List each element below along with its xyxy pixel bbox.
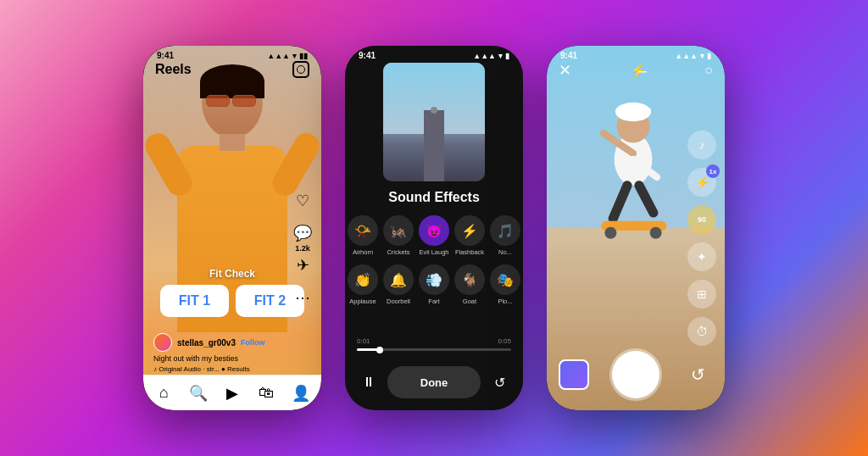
camera-header: ✕ ⚡̶ ○	[559, 61, 713, 80]
skater-figure	[564, 88, 691, 325]
status-time: 9:41	[560, 51, 577, 60]
pause-button[interactable]: ⏸	[357, 370, 381, 394]
goat-label: Goat	[463, 298, 476, 305]
no-label: No...	[498, 248, 512, 256]
sound-no[interactable]: 🎵 No...	[490, 215, 520, 256]
progress-dot	[376, 347, 383, 353]
settings-icon[interactable]: ○	[704, 63, 713, 78]
signal-icon: ▲▲▲	[675, 52, 698, 60]
svg-point-10	[650, 227, 662, 239]
done-bar: ⏸ Done ↺	[357, 366, 511, 398]
align-tool[interactable]: ✦	[687, 242, 716, 271]
crickets-icon: 🦗	[383, 215, 414, 246]
sound-grid: 📯 Airhorn 🦗 Crickets 👿 Evil Laugh ⚡ Flas…	[352, 215, 516, 314]
progress-container: 0:01 0:05	[357, 337, 511, 351]
refresh-button[interactable]: ↺	[487, 370, 511, 394]
sound-applause[interactable]: 👏 Applause	[348, 264, 378, 305]
svg-line-7	[639, 186, 654, 213]
fit-btn-1[interactable]: FIT 1	[160, 285, 229, 317]
nav-shop[interactable]: 🛍	[253, 381, 279, 406]
user-row: stellas_gr00v3 Follow	[153, 333, 287, 352]
sound-fart[interactable]: 💨 Fart	[419, 264, 449, 305]
svg-point-9	[604, 227, 616, 239]
more-icon[interactable]: ⋯	[292, 288, 313, 309]
caption: Night out with my besties	[153, 354, 287, 363]
sound-plot[interactable]: 🎭 Plo...	[490, 264, 520, 305]
sound-evil-laugh[interactable]: 👿 Evil Laugh	[419, 215, 449, 256]
sound-effects-bg: 9:41 ▲▲▲ ▾ ▮ Sound Effects 📯	[345, 46, 523, 410]
status-bar-phone2: 9:41 ▲▲▲ ▾ ▮	[345, 46, 523, 62]
status-bar-phone1: 9:41 ▲▲▲ ▾ ▮▮	[143, 46, 321, 62]
sound-crickets[interactable]: 🦗 Crickets	[383, 215, 414, 256]
camera-bottom-controls: ↺	[547, 351, 725, 398]
nav-profile[interactable]: 👤	[288, 381, 314, 406]
camera-bg: 9:41 ▲▲▲ ▾ ▮ ✕ ⚡̶ ○ ♪ ⚡ 1x	[547, 46, 725, 410]
sound-goat[interactable]: 🐐 Goat	[454, 264, 485, 305]
reels-title: Reels	[155, 62, 192, 77]
sound-row-2: 👏 Applause 🔔 Doorbell 💨 Fart 🐐 Goat	[352, 264, 516, 305]
evil-laugh-icon: 👿	[419, 215, 449, 246]
music-tool[interactable]: ♪	[687, 131, 716, 159]
heart-icon[interactable]: ♡	[292, 192, 313, 212]
applause-icon: 👏	[348, 264, 378, 295]
phone-reels: 9:41 ▲▲▲ ▾ ▮▮ Reels Fit Check FIT 1 FIT …	[143, 46, 321, 410]
user-avatar	[153, 333, 172, 352]
layout-tool[interactable]: ⊞	[687, 280, 716, 309]
camera-right-toolbar: ♪ ⚡ 1x 90 ✦ ⊞ ⏱	[687, 131, 716, 346]
phone-camera: 9:41 ▲▲▲ ▾ ▮ ✕ ⚡̶ ○ ♪ ⚡ 1x	[547, 46, 725, 410]
sound-flashback[interactable]: ⚡ Flashback	[454, 215, 485, 256]
shutter-button[interactable]	[612, 351, 659, 398]
thumbnail-preview[interactable]	[559, 359, 589, 390]
wifi-icon: ▾	[700, 52, 704, 60]
countdown-tool[interactable]: ⏱	[687, 317, 716, 346]
airhorn-label: Airhorn	[353, 248, 373, 256]
username: stellas_gr00v3	[177, 338, 236, 348]
time-end: 0:05	[498, 337, 511, 345]
doorbell-icon: 🔔	[383, 264, 414, 295]
follow-button[interactable]: Follow	[241, 338, 265, 347]
camera-icon[interactable]	[292, 61, 309, 78]
goat-icon: 🐐	[454, 264, 485, 295]
share-icon[interactable]: ✈	[292, 256, 313, 276]
status-bar-phone3: 9:41 ▲▲▲ ▾ ▮	[547, 46, 725, 62]
nav-home[interactable]: ⌂	[151, 381, 176, 406]
evil-laugh-label: Evil Laugh	[419, 248, 448, 256]
airhorn-icon: 📯	[348, 215, 378, 246]
svg-line-6	[613, 186, 627, 219]
signal-icon: ▲▲▲	[267, 52, 290, 60]
battery-icon: ▮	[505, 52, 509, 60]
flash-off-icon[interactable]: ⚡̶	[630, 63, 647, 79]
flip-camera-button[interactable]: ↺	[682, 359, 713, 390]
flashback-icon: ⚡	[454, 215, 485, 246]
plot-label: Plo...	[498, 298, 512, 305]
audio-info: ♪ Original Audio · str... ● Results	[153, 365, 287, 373]
done-button[interactable]: Done	[387, 366, 481, 398]
comment-icon[interactable]: 💬1.2k	[292, 224, 313, 244]
plot-icon: 🎭	[490, 264, 520, 295]
fit-check-poll: Fit Check FIT 1 FIT 2	[160, 268, 304, 317]
wifi-icon: ▾	[292, 52, 297, 60]
reels-header: Reels	[143, 61, 321, 78]
timer-tool[interactable]: 90	[687, 205, 716, 234]
svg-rect-3	[615, 107, 651, 114]
close-icon[interactable]: ✕	[559, 61, 571, 80]
wifi-icon: ▾	[498, 52, 503, 60]
nav-reels[interactable]: ▶	[220, 381, 245, 406]
battery-icon: ▮	[707, 52, 711, 60]
nav-search[interactable]: 🔍	[186, 381, 211, 406]
applause-label: Applause	[349, 298, 376, 305]
phone-sound-effects: 9:41 ▲▲▲ ▾ ▮ Sound Effects 📯	[345, 46, 523, 410]
battery-icon: ▮▮	[299, 52, 308, 60]
sound-airhorn[interactable]: 📯 Airhorn	[348, 215, 378, 256]
sound-doorbell[interactable]: 🔔 Doorbell	[383, 264, 414, 305]
status-icons: ▲▲▲ ▾ ▮▮	[267, 52, 308, 60]
speed-tool[interactable]: ⚡ 1x	[687, 168, 716, 197]
doorbell-label: Doorbell	[387, 298, 410, 305]
status-icons: ▲▲▲ ▾ ▮	[473, 52, 509, 60]
status-time: 9:41	[359, 51, 376, 60]
sound-row-1: 📯 Airhorn 🦗 Crickets 👿 Evil Laugh ⚡ Flas…	[352, 215, 516, 256]
time-start: 0:01	[357, 337, 370, 345]
progress-bar[interactable]	[357, 348, 511, 351]
signal-icon: ▲▲▲	[473, 52, 496, 60]
status-time: 9:41	[157, 51, 174, 60]
